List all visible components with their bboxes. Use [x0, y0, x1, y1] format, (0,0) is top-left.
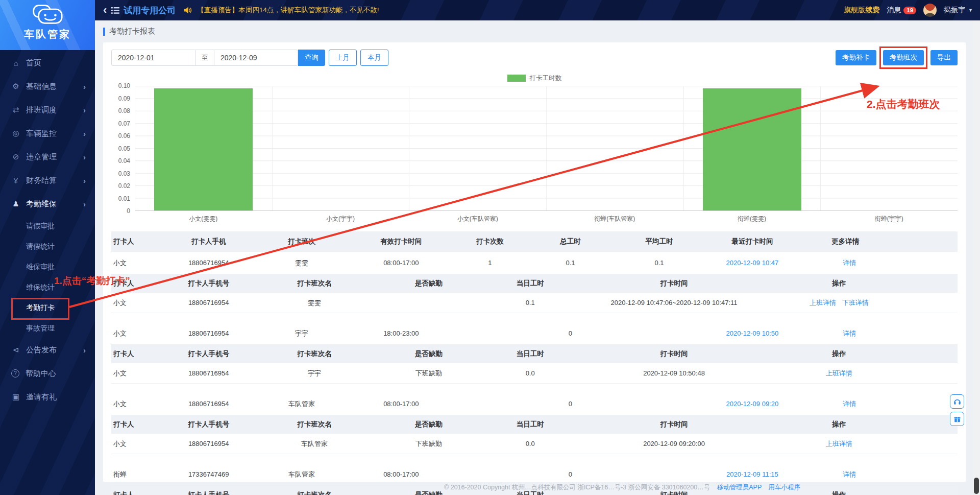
detail-link[interactable]: 详情 — [805, 470, 894, 479]
detail-link[interactable]: 详情 — [805, 258, 894, 268]
attendance-shift-button[interactable]: 考勤班次 — [883, 50, 924, 65]
sidebar-item[interactable]: ⊘ 违章管理 › — [0, 145, 95, 169]
last-punch-time-link[interactable]: 2020-12-09 10:50 — [704, 329, 801, 337]
this-month-button[interactable]: 本月 — [360, 50, 388, 66]
y-axis-tick: 0 — [127, 207, 130, 215]
col-header: 打卡班次 — [255, 237, 348, 246]
sidebar-submenu-item[interactable]: 考勤打卡 — [0, 297, 95, 318]
chart-y-axis: 0.10 0.09 0.08 0.07 0.06 0.05 — [111, 86, 135, 211]
avatar[interactable] — [923, 4, 937, 17]
sub-table-header-row: 打卡人 打卡人手机号 打卡班次名 是否缺勤 当日工时 打卡时间 操作 — [111, 345, 958, 363]
table-header-row: 打卡人 打卡人手机 打卡班次 有效打卡时间 打卡次数 总工时 平均工时 最近打卡… — [111, 231, 958, 252]
chart-category-cell — [683, 86, 821, 210]
plan-renew-link[interactable]: 旗舰版续费 — [844, 6, 879, 15]
export-button[interactable]: 导出 — [930, 50, 958, 65]
sub-table-header-row: 打卡人 打卡人手机号 打卡班次名 是否缺勤 当日工时 打卡时间 操作 — [111, 415, 958, 434]
date-to-input[interactable] — [214, 50, 298, 66]
sub-table-row: 小文 18806716954 雯雯 0.1 2020-12-09 10:47:0… — [111, 293, 958, 313]
speaker-icon — [184, 7, 192, 14]
last-punch-time-link[interactable]: 2020-12-09 11:15 — [704, 470, 801, 478]
sidebar-item[interactable]: ⌂ 首页 — [0, 51, 95, 75]
detail-link[interactable]: 详情 — [805, 399, 894, 409]
sub-table-header-row: 打卡人 打卡人手机号 打卡班次名 是否缺勤 当日工时 打卡时间 操作 — [111, 274, 958, 293]
chevron-right-icon: › — [83, 153, 86, 161]
mini-program-link[interactable]: 用车小程序 — [768, 484, 800, 491]
on-duty-detail-link[interactable]: 上班详情 — [826, 440, 852, 447]
sidebar-item[interactable]: ? 帮助中心 — [0, 362, 95, 385]
sidebar-item-label: 排班调度 — [26, 105, 83, 115]
sidebar-item[interactable]: ▣ 邀请有礼 — [0, 385, 95, 409]
col-header: 平均工时 — [615, 237, 703, 246]
sidebar-item[interactable]: ⇄ 排班调度 › — [0, 98, 95, 122]
sidebar-item[interactable]: ♟ 考勤维保 › — [0, 192, 95, 216]
x-axis-label: 衔蝉(宇宇) — [820, 215, 958, 223]
messages-menu[interactable]: 消息 19 — [887, 6, 916, 15]
y-axis-tick: 0.07 — [118, 120, 130, 127]
legend-swatch — [507, 75, 526, 82]
violation-icon: ⊘ — [10, 152, 21, 161]
customer-service-button[interactable] — [950, 394, 964, 409]
y-axis-tick: 0.08 — [118, 107, 130, 114]
detail-link[interactable]: 详情 — [805, 329, 894, 338]
sidebar-nav: ⌂ 首页 ⚙ 基础信息 › ⇄ 排班调度 › ◎ — [0, 50, 95, 409]
sub-table: 打卡人 打卡人手机号 打卡班次名 是否缺勤 当日工时 打卡时间 操作 小文 18… — [111, 345, 958, 384]
y-axis-tick: 0.05 — [118, 145, 130, 152]
sidebar-item-label: 财务结算 — [26, 176, 83, 185]
user-menu[interactable]: 揭振宇 ▼ — [944, 6, 973, 15]
table-actions: 考勤补卡 考勤班次 导出 — [836, 50, 958, 65]
on-duty-detail-link[interactable]: 上班详情 — [826, 369, 852, 377]
submenu-item-label: 事故管理 — [26, 324, 55, 332]
gift-button[interactable] — [950, 412, 964, 426]
sub-table: 打卡人 打卡人手机号 打卡班次名 是否缺勤 当日工时 打卡时间 操作 小文 18… — [111, 415, 958, 454]
sidebar-item[interactable]: ◎ 车辆监控 › — [0, 122, 95, 145]
sidebar-submenu-item[interactable]: 维保审批 — [0, 256, 95, 277]
renew-link[interactable]: 续费 — [865, 6, 879, 14]
col-header: 总工时 — [526, 237, 615, 246]
attendance-makeup-button[interactable]: 考勤补卡 — [836, 50, 876, 65]
sidebar-item-label: 帮助中心 — [26, 369, 86, 379]
col-header: 更多详情 — [801, 237, 890, 246]
sidebar-submenu-item[interactable]: 事故管理 — [0, 318, 95, 338]
sidebar-item-label: 首页 — [26, 58, 86, 68]
sidebar-item[interactable]: ¥ 财务结算 › — [0, 169, 95, 192]
menu-list-icon[interactable] — [111, 7, 119, 14]
date-from-input[interactable] — [111, 50, 195, 66]
sidebar-submenu-item[interactable]: 维保统计 — [0, 277, 95, 297]
table-row: 小文 18806716954 宇宇 18:00-23:00 0 2020-12-… — [111, 322, 958, 345]
sub-table-row: 小文 18806716954 车队管家 下班缺勤 0.0 2020-12-09 … — [111, 434, 958, 454]
sidebar-submenu-item[interactable]: 请假审批 — [0, 216, 95, 236]
sidebar-item[interactable]: ⚙ 基础信息 › — [0, 75, 95, 98]
off-duty-detail-link[interactable]: 下班详情 — [842, 299, 869, 307]
filter-row: 至 查询 上月 本月 考勤补卡 考勤班次 导出 — [111, 50, 958, 66]
sidebar-item[interactable]: ⊲ 公告发布 › — [0, 338, 95, 362]
home-icon: ⌂ — [10, 59, 21, 67]
chevron-down-icon: ▼ — [968, 8, 973, 13]
chevron-right-icon: › — [83, 176, 86, 185]
sidebar-item-label: 违章管理 — [26, 152, 83, 162]
location-icon: ◎ — [10, 129, 21, 138]
back-icon[interactable]: ‹ — [103, 5, 107, 16]
last-punch-time-link[interactable]: 2020-12-09 09:20 — [704, 400, 801, 408]
last-punch-time-link[interactable]: 2020-12-09 10:47 — [704, 259, 801, 267]
prev-month-button[interactable]: 上月 — [329, 50, 357, 66]
help-icon: ? — [11, 369, 19, 378]
on-duty-detail-link[interactable]: 上班详情 — [810, 299, 836, 307]
announce-icon: ⊲ — [10, 345, 21, 355]
scrollbar-track[interactable] — [973, 20, 980, 495]
search-button[interactable]: 查询 — [298, 50, 325, 66]
scrollbar-thumb[interactable] — [974, 478, 979, 494]
title-accent-bar — [103, 28, 105, 36]
x-axis-label: 衔蝉(车队管家) — [546, 215, 683, 223]
page-title: 考勤打卡报表 — [103, 27, 966, 36]
table-row: 小文 18806716954 雯雯 08:00-17:00 1 0.1 0.1 … — [111, 252, 958, 274]
app-logo[interactable]: 车队管家 — [0, 0, 95, 50]
annotation-highlight-box: 考勤班次 — [883, 50, 924, 65]
sidebar-submenu-item[interactable]: 请假统计 — [0, 236, 95, 256]
admin-app-link[interactable]: 移动管理员APP — [717, 484, 762, 491]
y-axis-tick: 0.01 — [118, 195, 130, 202]
gift-icon: ▣ — [10, 392, 21, 402]
company-name[interactable]: 试用专用公司 — [124, 5, 176, 16]
x-axis-label: 衔蝉(雯雯) — [683, 215, 821, 223]
sub-table: 打卡人 打卡人手机号 打卡班次名 是否缺勤 当日工时 打卡时间 操作 小文 18… — [111, 274, 958, 313]
bar — [154, 88, 253, 210]
